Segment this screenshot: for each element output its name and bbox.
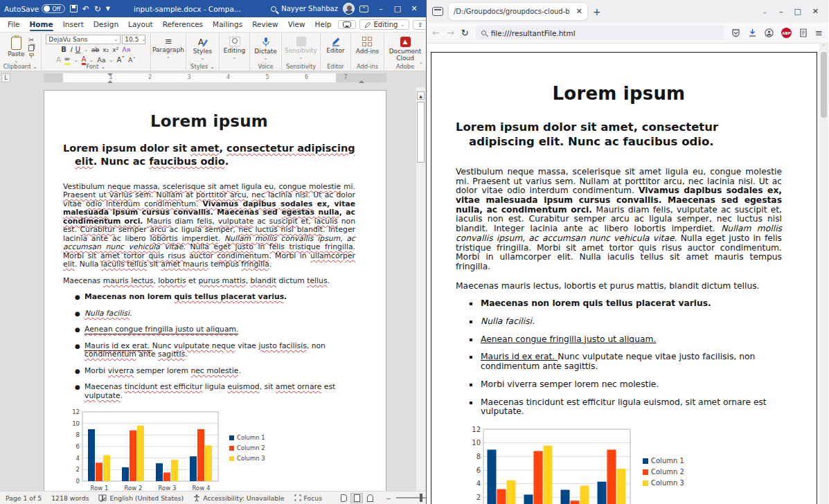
tab-home[interactable]: Home xyxy=(25,19,58,30)
collapse-ribbon-icon[interactable]: ˆ xyxy=(420,62,423,69)
forward-icon[interactable]: → xyxy=(447,28,454,38)
web-layout-button[interactable] xyxy=(364,493,376,503)
share-icon: ⇪ xyxy=(418,21,423,28)
subscript-button[interactable]: x₂ xyxy=(102,46,109,53)
underline-button[interactable]: U xyxy=(75,46,80,53)
highlight-color-button[interactable]: ✏ xyxy=(64,55,70,65)
editor-button[interactable]: Editor xyxy=(321,35,351,54)
paragraph-button[interactable]: ≡ Paragraph⌄ xyxy=(153,35,184,60)
url-bar[interactable]: file:///resultantFile.html xyxy=(476,26,724,40)
share-button[interactable]: ⇪⌄ xyxy=(413,20,427,30)
account-icon[interactable] xyxy=(765,28,774,37)
proofing-status[interactable]: English (United States) xyxy=(98,494,184,502)
search-icon[interactable] xyxy=(271,6,276,12)
tab-references[interactable]: References xyxy=(158,19,208,30)
scrollbar-thumb[interactable] xyxy=(417,102,425,163)
italic-button[interactable]: I xyxy=(70,46,72,53)
dictate-button[interactable]: Dictate⌄ xyxy=(251,35,281,61)
tab-design[interactable]: Design xyxy=(89,19,123,30)
redo-icon[interactable]: ↻ xyxy=(94,5,101,13)
scroll-up-arrow[interactable]: ▲ xyxy=(417,91,425,100)
addins-group-label[interactable]: Add-ins xyxy=(357,63,378,70)
quick-access-toolbar-icon[interactable]: ▼ xyxy=(106,6,110,12)
superscript-button[interactable]: x² xyxy=(112,46,118,53)
browser-scrollbar[interactable]: ˆ xyxy=(819,44,828,504)
phonetic-guide-button[interactable]: Aя xyxy=(122,46,130,53)
zoom-out-button[interactable]: − xyxy=(386,494,391,502)
tab-review[interactable]: Review xyxy=(247,19,283,30)
extension-icon[interactable] xyxy=(799,28,808,37)
back-icon[interactable]: ← xyxy=(432,28,440,38)
bold-button[interactable]: B xyxy=(61,46,66,53)
document-cloud-button[interactable]: ▲ Document Cloud xyxy=(385,35,425,62)
cut-icon[interactable]: ✂ xyxy=(28,36,35,44)
downloads-icon[interactable] xyxy=(748,28,757,37)
read-mode-button[interactable] xyxy=(337,493,350,503)
right-indent-marker[interactable] xyxy=(359,78,364,83)
browser-maximize-button[interactable]: □ xyxy=(794,7,801,16)
accessibility-status[interactable]: Accessibility: Unavailable xyxy=(193,494,284,502)
word-maximize-button[interactable]: □ xyxy=(390,4,405,13)
tab-file[interactable]: File xyxy=(3,19,25,30)
word-close-button[interactable]: ✕ xyxy=(407,4,422,13)
page-indicator[interactable]: Page 1 of 5 xyxy=(6,494,42,502)
styles-group-label[interactable]: Styles ⌄ xyxy=(190,63,215,70)
tab-mailings[interactable]: Mailings xyxy=(208,19,247,30)
sensitivity-group-label[interactable]: Sensitivity xyxy=(286,63,316,70)
grow-font-button[interactable]: Aˆ xyxy=(116,56,125,64)
font-color-button[interactable]: A xyxy=(82,55,87,65)
word-page[interactable]: Lorem ipsum Lorem ipsum dolor sit amet, … xyxy=(44,90,386,491)
undo-icon[interactable]: ↶ xyxy=(82,5,89,13)
format-painter-icon[interactable] xyxy=(28,53,35,60)
paste-button[interactable]: Paste⌄ xyxy=(5,35,27,64)
shrink-font-button[interactable]: Aˇ xyxy=(128,57,136,64)
zoom-slider[interactable] xyxy=(396,497,427,498)
font-name-select[interactable]: DejaVu Sans⌄ xyxy=(46,35,121,44)
tab-insert[interactable]: Insert xyxy=(58,19,89,30)
pocket-icon[interactable] xyxy=(731,28,740,37)
addins-button[interactable]: Add-ins xyxy=(353,35,383,55)
word-count[interactable]: 1218 words xyxy=(51,494,89,502)
editor-group-label[interactable]: Editor xyxy=(327,63,344,70)
scrollbar-thumb[interactable] xyxy=(821,52,827,118)
tab-selector[interactable]: L xyxy=(1,73,10,82)
menu-icon[interactable]: ≡ xyxy=(815,28,823,38)
strikethrough-button[interactable]: ab xyxy=(91,46,99,53)
firefox-view-icon[interactable] xyxy=(432,7,443,16)
hanging-indent-marker[interactable] xyxy=(107,78,113,83)
word-minimize-button[interactable]: – xyxy=(373,4,389,13)
comments-button[interactable] xyxy=(338,20,356,29)
word-vertical-scrollbar[interactable]: ▲ xyxy=(416,87,425,491)
tab-view[interactable]: View xyxy=(283,19,310,30)
autosave-toggle[interactable]: AutoSave Off xyxy=(4,4,65,13)
styles-button[interactable]: A Styles⌄ xyxy=(188,35,218,61)
avatar[interactable] xyxy=(343,3,355,15)
zoom-slider-thumb[interactable] xyxy=(420,494,422,502)
sensitivity-button[interactable]: Sensitivity⌄ xyxy=(283,35,320,60)
list-tabs-icon[interactable]: ⌄ xyxy=(762,7,768,16)
font-group-label[interactable]: Font ⌄ xyxy=(86,63,105,70)
clipboard-group-label[interactable]: Clipboard ⌄ xyxy=(3,63,37,70)
scroll-up-arrow[interactable]: ˆ xyxy=(819,44,828,50)
editing-mode-button[interactable]: Editing⌄ xyxy=(359,19,410,30)
browser-minimize-button[interactable]: – xyxy=(779,7,783,16)
tab-close-icon[interactable]: ✕ xyxy=(576,7,582,16)
text-effects-button[interactable]: A xyxy=(56,55,62,64)
browser-close-button[interactable]: ✕ xyxy=(812,7,819,16)
copy-icon[interactable] xyxy=(28,45,34,51)
editing-button[interactable]: Editing⌄ xyxy=(220,35,250,60)
print-layout-button[interactable] xyxy=(350,493,363,503)
adblock-icon[interactable]: ABP xyxy=(781,28,792,38)
ribbon-display-options-icon[interactable]: ^ xyxy=(359,6,368,12)
font-size-select[interactable]: 10.5⌄ xyxy=(122,35,145,44)
document-title[interactable]: input-sample.docx - Compa... ⌄ xyxy=(115,5,266,13)
focus-mode[interactable]: Focus xyxy=(294,494,323,502)
reload-icon[interactable]: ↻ xyxy=(461,28,469,38)
new-tab-button[interactable]: + xyxy=(593,6,601,17)
adobe-group-label[interactable]: Adobe xyxy=(396,63,414,70)
tab-layout[interactable]: Layout xyxy=(123,19,158,30)
tab-help[interactable]: Help xyxy=(310,19,337,30)
voice-group-label[interactable]: Voice xyxy=(258,63,273,70)
browser-tab[interactable]: /D:/Groupdocs/groupdocs-cloud-b ✕ xyxy=(449,3,587,20)
save-icon[interactable] xyxy=(70,5,78,12)
